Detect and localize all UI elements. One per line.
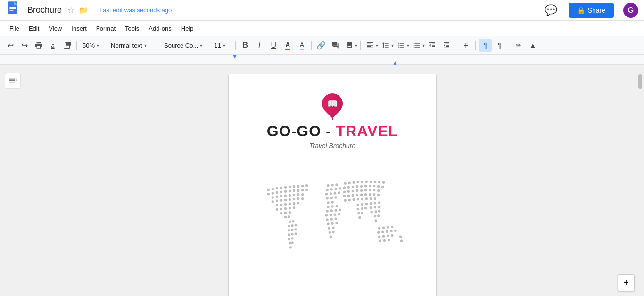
svg-point-88	[326, 197, 328, 199]
toc-button[interactable]	[5, 73, 21, 89]
svg-point-57	[284, 212, 287, 214]
clear-format-button[interactable]: T	[459, 39, 472, 52]
menu-edit[interactable]: Edit	[25, 23, 43, 34]
paint-format-button[interactable]	[60, 39, 74, 52]
svg-point-131	[369, 185, 371, 187]
comment-button[interactable]	[329, 39, 342, 52]
svg-point-99	[339, 209, 341, 211]
svg-point-77	[327, 184, 329, 187]
numbered-list-button[interactable]	[395, 39, 408, 52]
numberedlist-dropdown-arrow[interactable]: ▾	[407, 43, 409, 48]
bulletedlist-dropdown-arrow[interactable]: ▾	[422, 43, 425, 48]
print-button[interactable]	[32, 39, 45, 52]
line-spacing-button[interactable]	[379, 39, 392, 52]
image-button[interactable]	[343, 39, 356, 52]
font-size-dropdown[interactable]: 11 ▾	[211, 39, 232, 52]
svg-point-127	[352, 186, 354, 188]
menu-file[interactable]: File	[6, 23, 23, 34]
increase-indent-button[interactable]	[440, 39, 453, 52]
add-floating-button[interactable]: +	[618, 274, 635, 291]
linespacing-dropdown-arrow[interactable]: ▾	[391, 43, 394, 48]
svg-point-137	[352, 190, 354, 192]
user-avatar[interactable]: G	[623, 3, 638, 18]
svg-point-162	[361, 203, 363, 206]
highlight-button[interactable]: A	[295, 39, 308, 52]
world-map: .dot { fill: #bbb; }	[243, 164, 422, 267]
svg-point-161	[357, 204, 359, 206]
svg-point-158	[365, 197, 368, 200]
italic-button[interactable]: I	[253, 39, 266, 52]
svg-point-182	[378, 227, 380, 229]
font-dropdown[interactable]: Source Co... ▾	[161, 39, 205, 52]
svg-point-139	[360, 189, 363, 192]
text-color-button[interactable]: A	[281, 39, 294, 52]
menu-insert[interactable]: Insert	[67, 23, 91, 34]
svg-point-39	[280, 199, 282, 202]
menu-help[interactable]: Help	[177, 23, 198, 34]
redo-button[interactable]: ↪	[18, 39, 31, 52]
star-icon[interactable]: ☆	[67, 5, 75, 16]
svg-marker-8	[393, 61, 397, 65]
image-dropdown-arrow[interactable]: ▾	[355, 43, 357, 48]
svg-point-183	[382, 227, 385, 229]
comments-icon[interactable]: 💬	[545, 4, 557, 16]
underline-button[interactable]: U	[267, 39, 280, 52]
svg-point-61	[289, 221, 291, 223]
bulleted-list-button[interactable]	[410, 39, 423, 52]
svg-point-105	[330, 218, 332, 220]
align-button[interactable]	[363, 39, 377, 52]
collapse-toolbar-button[interactable]: ▲	[526, 39, 539, 52]
svg-point-29	[272, 196, 274, 198]
right-scrollbar[interactable]	[636, 65, 644, 296]
toolbar-separator-7	[360, 41, 361, 50]
svg-point-94	[331, 205, 333, 207]
svg-point-166	[364, 207, 367, 209]
menu-view[interactable]: View	[45, 23, 66, 34]
svg-point-42	[293, 198, 295, 200]
menu-tools[interactable]: Tools	[121, 23, 143, 34]
document-page: 📖 GO-GO - TRAVEL Travel Brochure .dot { …	[229, 74, 436, 296]
svg-point-24	[289, 190, 291, 192]
expand-toolbar-button[interactable]: ✏	[512, 39, 525, 52]
svg-point-151	[373, 193, 375, 196]
svg-point-113	[332, 231, 334, 233]
svg-point-135	[343, 191, 346, 193]
svg-point-153	[344, 199, 346, 202]
link-button[interactable]: 🔗	[314, 39, 328, 52]
svg-point-20	[272, 192, 274, 194]
menu-format[interactable]: Format	[92, 23, 119, 34]
svg-point-115	[344, 182, 346, 184]
title-pink-part: TRAVEL	[336, 123, 398, 140]
share-button[interactable]: 🔒 Share	[569, 3, 614, 18]
zoom-dropdown[interactable]: 50% ▾	[80, 39, 102, 52]
align-dropdown-arrow[interactable]: ▾	[376, 43, 378, 48]
toolbar: ↩ ↪ a 50% ▾ Normal text ▾ Source Co... ▾…	[0, 36, 644, 55]
svg-point-188	[386, 230, 388, 233]
svg-point-26	[297, 189, 299, 192]
svg-point-103	[338, 213, 340, 215]
document-title[interactable]: Brochure	[27, 5, 62, 15]
toolbar-separator-1	[76, 41, 77, 50]
world-map-svg: .dot { fill: #bbb; }	[243, 164, 422, 267]
svg-point-44	[301, 197, 304, 200]
svg-point-40	[284, 199, 287, 201]
svg-point-138	[356, 189, 358, 192]
svg-point-22	[280, 191, 282, 193]
decrease-indent-button[interactable]	[426, 39, 439, 52]
paragraph-format-button[interactable]: ¶	[479, 39, 492, 52]
folder-icon[interactable]: 📁	[79, 6, 88, 15]
bold-button[interactable]: B	[239, 39, 252, 52]
svg-point-186	[377, 231, 380, 233]
menu-addons[interactable]: Add-ons	[145, 23, 175, 34]
svg-point-134	[381, 186, 384, 188]
writing-mode-button[interactable]: ¶	[493, 39, 506, 52]
undo-button[interactable]: ↩	[4, 39, 17, 52]
spellcheck-button[interactable]: a	[46, 39, 59, 52]
svg-point-176	[371, 211, 373, 213]
text-style-dropdown[interactable]: Normal text ▾	[108, 39, 155, 52]
svg-point-184	[387, 226, 389, 229]
svg-point-45	[276, 204, 278, 206]
svg-point-65	[294, 224, 297, 226]
svg-point-74	[289, 242, 291, 244]
svg-point-86	[334, 192, 336, 194]
